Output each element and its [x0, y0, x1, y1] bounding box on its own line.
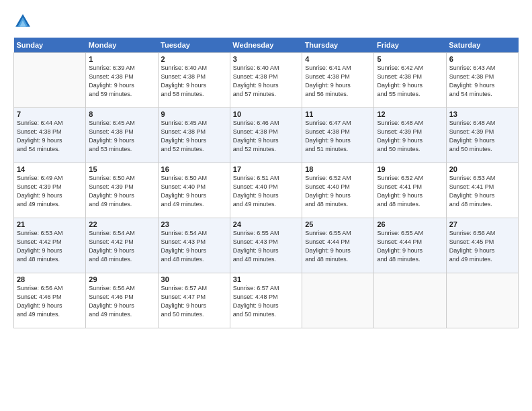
day-cell: 5Sunrise: 6:42 AM Sunset: 4:38 PM Daylig…: [374, 53, 446, 108]
day-info: Sunrise: 6:48 AM Sunset: 4:39 PM Dayligh…: [377, 119, 443, 154]
day-info: Sunrise: 6:45 AM Sunset: 4:38 PM Dayligh…: [161, 119, 227, 154]
day-cell: 21Sunrise: 6:53 AM Sunset: 4:42 PM Dayli…: [14, 218, 86, 273]
day-cell: 2Sunrise: 6:40 AM Sunset: 4:38 PM Daylig…: [158, 53, 230, 108]
day-number: 3: [233, 55, 299, 63]
day-cell: 9Sunrise: 6:45 AM Sunset: 4:38 PM Daylig…: [158, 108, 230, 163]
day-number: 13: [449, 110, 515, 118]
day-number: 12: [377, 110, 443, 118]
day-info: Sunrise: 6:55 AM Sunset: 4:44 PM Dayligh…: [377, 229, 443, 264]
day-info: Sunrise: 6:45 AM Sunset: 4:38 PM Dayligh…: [89, 119, 154, 154]
day-info: Sunrise: 6:40 AM Sunset: 4:38 PM Dayligh…: [161, 64, 227, 99]
day-cell: 13Sunrise: 6:48 AM Sunset: 4:39 PM Dayli…: [446, 108, 518, 163]
day-info: Sunrise: 6:42 AM Sunset: 4:38 PM Dayligh…: [377, 64, 443, 99]
day-cell: 26Sunrise: 6:55 AM Sunset: 4:44 PM Dayli…: [374, 218, 446, 273]
day-cell: 28Sunrise: 6:56 AM Sunset: 4:46 PM Dayli…: [14, 273, 86, 328]
week-row-1: 1Sunrise: 6:39 AM Sunset: 4:38 PM Daylig…: [14, 53, 519, 108]
day-number: 8: [89, 110, 154, 118]
day-number: 2: [161, 55, 227, 63]
day-cell: 22Sunrise: 6:54 AM Sunset: 4:42 PM Dayli…: [86, 218, 158, 273]
day-number: 1: [89, 55, 154, 63]
day-cell: 7Sunrise: 6:44 AM Sunset: 4:38 PM Daylig…: [14, 108, 86, 163]
day-cell: 30Sunrise: 6:57 AM Sunset: 4:47 PM Dayli…: [158, 273, 230, 328]
day-info: Sunrise: 6:53 AM Sunset: 4:41 PM Dayligh…: [449, 174, 515, 209]
day-cell: 3Sunrise: 6:40 AM Sunset: 4:38 PM Daylig…: [230, 53, 302, 108]
day-number: 18: [305, 165, 371, 173]
day-info: Sunrise: 6:43 AM Sunset: 4:38 PM Dayligh…: [449, 64, 515, 99]
day-cell: 31Sunrise: 6:57 AM Sunset: 4:48 PM Dayli…: [230, 273, 302, 328]
day-number: 10: [233, 110, 299, 118]
days-header-row: SundayMondayTuesdayWednesdayThursdayFrid…: [14, 38, 519, 53]
header: [13, 12, 519, 31]
day-info: Sunrise: 6:52 AM Sunset: 4:40 PM Dayligh…: [305, 174, 371, 209]
week-row-5: 28Sunrise: 6:56 AM Sunset: 4:46 PM Dayli…: [14, 273, 519, 328]
day-number: 29: [89, 275, 154, 283]
day-cell: 11Sunrise: 6:47 AM Sunset: 4:38 PM Dayli…: [302, 108, 374, 163]
day-cell: 15Sunrise: 6:50 AM Sunset: 4:39 PM Dayli…: [86, 163, 158, 218]
week-row-3: 14Sunrise: 6:49 AM Sunset: 4:39 PM Dayli…: [14, 163, 519, 218]
day-number: 30: [161, 275, 227, 283]
day-cell: 19Sunrise: 6:52 AM Sunset: 4:41 PM Dayli…: [374, 163, 446, 218]
week-row-2: 7Sunrise: 6:44 AM Sunset: 4:38 PM Daylig…: [14, 108, 519, 163]
day-header-thursday: Thursday: [302, 38, 374, 53]
day-header-wednesday: Wednesday: [230, 38, 302, 53]
day-number: 31: [233, 275, 299, 283]
day-info: Sunrise: 6:53 AM Sunset: 4:42 PM Dayligh…: [17, 229, 83, 264]
day-info: Sunrise: 6:55 AM Sunset: 4:43 PM Dayligh…: [233, 229, 299, 264]
day-info: Sunrise: 6:50 AM Sunset: 4:39 PM Dayligh…: [89, 174, 154, 209]
week-row-4: 21Sunrise: 6:53 AM Sunset: 4:42 PM Dayli…: [14, 218, 519, 273]
day-number: 16: [161, 165, 227, 173]
day-cell: 4Sunrise: 6:41 AM Sunset: 4:38 PM Daylig…: [302, 53, 374, 108]
day-number: 27: [449, 220, 515, 228]
day-info: Sunrise: 6:44 AM Sunset: 4:38 PM Dayligh…: [17, 119, 83, 154]
day-cell: 16Sunrise: 6:50 AM Sunset: 4:40 PM Dayli…: [158, 163, 230, 218]
day-cell: [446, 273, 518, 328]
day-number: 22: [89, 220, 154, 228]
day-info: Sunrise: 6:51 AM Sunset: 4:40 PM Dayligh…: [233, 174, 299, 209]
calendar-table: SundayMondayTuesdayWednesdayThursdayFrid…: [13, 38, 519, 328]
day-cell: 10Sunrise: 6:46 AM Sunset: 4:38 PM Dayli…: [230, 108, 302, 163]
page: SundayMondayTuesdayWednesdayThursdayFrid…: [0, 0, 532, 411]
day-cell: 17Sunrise: 6:51 AM Sunset: 4:40 PM Dayli…: [230, 163, 302, 218]
day-number: 9: [161, 110, 227, 118]
day-info: Sunrise: 6:40 AM Sunset: 4:38 PM Dayligh…: [233, 64, 299, 99]
day-number: 17: [233, 165, 299, 173]
day-cell: 18Sunrise: 6:52 AM Sunset: 4:40 PM Dayli…: [302, 163, 374, 218]
day-info: Sunrise: 6:48 AM Sunset: 4:39 PM Dayligh…: [449, 119, 515, 154]
day-cell: 25Sunrise: 6:55 AM Sunset: 4:44 PM Dayli…: [302, 218, 374, 273]
day-info: Sunrise: 6:46 AM Sunset: 4:38 PM Dayligh…: [233, 119, 299, 154]
day-header-sunday: Sunday: [14, 38, 86, 53]
day-cell: [374, 273, 446, 328]
day-header-saturday: Saturday: [446, 38, 518, 53]
day-info: Sunrise: 6:52 AM Sunset: 4:41 PM Dayligh…: [377, 174, 443, 209]
day-info: Sunrise: 6:47 AM Sunset: 4:38 PM Dayligh…: [305, 119, 371, 154]
logo: [13, 12, 35, 31]
day-info: Sunrise: 6:56 AM Sunset: 4:46 PM Dayligh…: [89, 284, 154, 319]
day-number: 4: [305, 55, 371, 63]
day-info: Sunrise: 6:57 AM Sunset: 4:48 PM Dayligh…: [233, 284, 299, 319]
logo-icon: [13, 12, 32, 31]
day-cell: 8Sunrise: 6:45 AM Sunset: 4:38 PM Daylig…: [86, 108, 158, 163]
day-cell: 24Sunrise: 6:55 AM Sunset: 4:43 PM Dayli…: [230, 218, 302, 273]
day-cell: 6Sunrise: 6:43 AM Sunset: 4:38 PM Daylig…: [446, 53, 518, 108]
day-cell: [302, 273, 374, 328]
day-number: 14: [17, 165, 83, 173]
day-info: Sunrise: 6:39 AM Sunset: 4:38 PM Dayligh…: [89, 64, 154, 99]
day-number: 26: [377, 220, 443, 228]
day-cell: 14Sunrise: 6:49 AM Sunset: 4:39 PM Dayli…: [14, 163, 86, 218]
day-number: 19: [377, 165, 443, 173]
day-number: 15: [89, 165, 154, 173]
day-number: 20: [449, 165, 515, 173]
day-cell: 29Sunrise: 6:56 AM Sunset: 4:46 PM Dayli…: [86, 273, 158, 328]
day-cell: 12Sunrise: 6:48 AM Sunset: 4:39 PM Dayli…: [374, 108, 446, 163]
day-number: 24: [233, 220, 299, 228]
day-number: 25: [305, 220, 371, 228]
day-info: Sunrise: 6:50 AM Sunset: 4:40 PM Dayligh…: [161, 174, 227, 209]
day-cell: 27Sunrise: 6:56 AM Sunset: 4:45 PM Dayli…: [446, 218, 518, 273]
day-info: Sunrise: 6:55 AM Sunset: 4:44 PM Dayligh…: [305, 229, 371, 264]
day-cell: 20Sunrise: 6:53 AM Sunset: 4:41 PM Dayli…: [446, 163, 518, 218]
day-info: Sunrise: 6:54 AM Sunset: 4:42 PM Dayligh…: [89, 229, 154, 264]
day-cell: [14, 53, 86, 108]
day-number: 11: [305, 110, 371, 118]
day-info: Sunrise: 6:41 AM Sunset: 4:38 PM Dayligh…: [305, 64, 371, 99]
day-number: 7: [17, 110, 83, 118]
